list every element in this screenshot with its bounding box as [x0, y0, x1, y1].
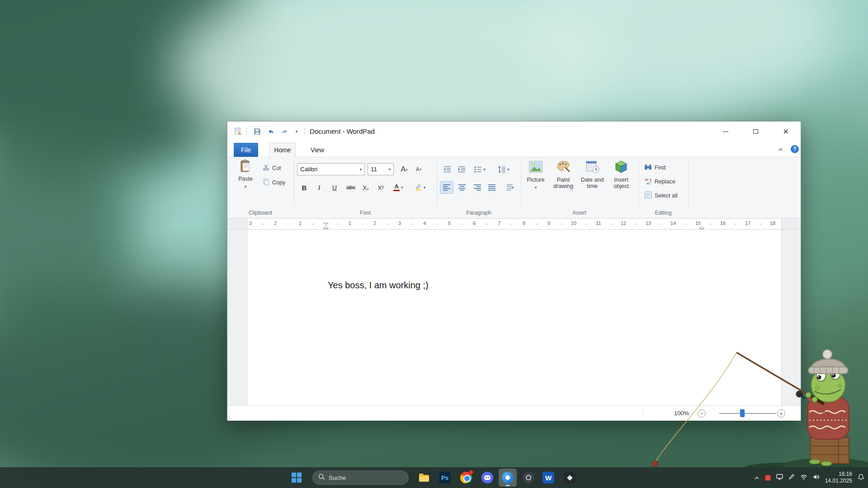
- tab-file[interactable]: File: [234, 143, 258, 157]
- insert-group-label: Insert: [573, 210, 586, 216]
- system-tray: 16:16 14.01.2025: [754, 467, 864, 488]
- ruler[interactable]: 321123456789101112131415161718: [227, 219, 801, 230]
- taskbar-app-file-explorer[interactable]: [415, 469, 433, 487]
- bullet-list-icon: [474, 165, 482, 174]
- align-left-icon: [443, 183, 451, 192]
- start-button[interactable]: [290, 471, 303, 484]
- ruler-tick: [387, 224, 388, 225]
- ruler-tick: [337, 224, 338, 225]
- ruler-number: 13: [646, 221, 651, 226]
- search-input[interactable]: [329, 474, 396, 481]
- copy-button[interactable]: Copy: [263, 177, 285, 188]
- find-binoculars-icon: [644, 163, 652, 172]
- frog-foot: [821, 461, 832, 466]
- justify-button[interactable]: [485, 181, 499, 194]
- date-and-time-button[interactable]: Date and time: [579, 160, 605, 189]
- insert-picture-button[interactable]: Picture ▾: [523, 160, 549, 191]
- tab-home[interactable]: Home: [269, 143, 296, 157]
- ruler-number: 6: [473, 221, 476, 226]
- ruler-number: 16: [720, 221, 726, 226]
- ruler-tick: [685, 224, 686, 225]
- help-button[interactable]: ?: [791, 145, 799, 153]
- ruler-tick: [288, 224, 288, 225]
- replace-button[interactable]: abac Replace: [644, 177, 675, 187]
- redo-button[interactable]: [280, 127, 289, 136]
- taskbar-clock[interactable]: 16:16 14.01.2025: [825, 471, 852, 484]
- align-right-button[interactable]: [471, 181, 484, 194]
- collapse-ribbon-chevron-icon[interactable]: [775, 145, 785, 154]
- italic-button[interactable]: I: [312, 181, 326, 194]
- strikethrough-button[interactable]: abc: [343, 181, 359, 194]
- align-center-button[interactable]: [455, 181, 469, 194]
- grow-font-button[interactable]: A▴: [397, 163, 411, 176]
- tray-volume-icon[interactable]: [813, 474, 820, 482]
- maximize-button[interactable]: [745, 122, 766, 141]
- tray-display-icon[interactable]: [776, 474, 783, 482]
- ruler-tick: [263, 224, 264, 225]
- ribbon-tab-row: File Home View ?: [227, 141, 801, 157]
- tray-app-icon[interactable]: [765, 475, 771, 481]
- font-size-combobox[interactable]: 11 ▾: [368, 163, 394, 175]
- notification-bell-icon[interactable]: [858, 474, 864, 482]
- bold-button[interactable]: B: [297, 181, 311, 194]
- decrease-indent-icon: [443, 165, 451, 174]
- ruler-tick: [586, 224, 587, 225]
- select-all-label: Select all: [655, 192, 678, 199]
- dropdown-caret-icon: ▾: [401, 185, 403, 190]
- ruler-tick: [462, 224, 462, 225]
- paint-drawing-button[interactable]: Paint drawing: [550, 160, 576, 189]
- increase-indent-button[interactable]: [455, 163, 468, 176]
- subscript-button[interactable]: X₂: [359, 181, 373, 194]
- shrink-font-button[interactable]: A▾: [412, 163, 425, 176]
- bullets-button[interactable]: ▾: [470, 163, 490, 176]
- editing-group-label: Editing: [655, 210, 672, 216]
- save-button[interactable]: [253, 127, 262, 136]
- superscript-icon: X²: [378, 184, 384, 191]
- undo-button[interactable]: [266, 127, 275, 136]
- align-left-button[interactable]: [440, 181, 453, 194]
- select-all-button[interactable]: Select all: [644, 191, 678, 201]
- align-center-icon: [458, 183, 466, 192]
- taskbar-app-gray[interactable]: [519, 469, 538, 487]
- frog-hand: [806, 392, 811, 398]
- highlighter-icon: [415, 183, 422, 192]
- taskbar-app-photoshop[interactable]: Ps: [436, 469, 454, 487]
- word-icon: W: [542, 472, 554, 483]
- taskbar-app-word[interactable]: W: [539, 469, 557, 487]
- ruler-tick: [636, 224, 637, 225]
- taskbar-app-discord[interactable]: [478, 469, 496, 487]
- ruler-tick: [312, 224, 313, 225]
- text-highlight-button[interactable]: ▾: [410, 181, 430, 194]
- ruler-number: 12: [621, 221, 626, 226]
- tray-overflow-chevron-icon[interactable]: [754, 474, 760, 482]
- tray-pen-icon[interactable]: [788, 474, 795, 482]
- taskbar-app-dark[interactable]: [561, 469, 579, 487]
- ruler-number: 15: [695, 221, 701, 226]
- font-color-button[interactable]: A ▾: [388, 181, 408, 194]
- insert-object-button[interactable]: Insert object: [608, 160, 634, 189]
- taskbar-app-chrome[interactable]: [457, 469, 475, 487]
- fishing-bobber: [653, 461, 658, 466]
- find-button[interactable]: Find: [644, 163, 665, 173]
- underline-button[interactable]: U: [328, 181, 341, 194]
- ruler-tick: [660, 224, 661, 225]
- combobox-caret-icon: ▾: [359, 167, 362, 172]
- taskbar-search[interactable]: [312, 470, 409, 485]
- paste-button[interactable]: Paste ▾: [232, 160, 259, 190]
- ruler-number: 17: [745, 221, 750, 226]
- close-button[interactable]: ×: [775, 122, 796, 141]
- find-label: Find: [655, 164, 665, 171]
- paragraph-dialog-button[interactable]: [500, 181, 520, 194]
- qat-customize-chevron-icon[interactable]: ▾: [293, 127, 300, 136]
- line-spacing-button[interactable]: ▾: [494, 163, 514, 176]
- title-bar[interactable]: ▾ Document - WordPad ×: [227, 122, 801, 141]
- decrease-indent-button[interactable]: [440, 163, 454, 176]
- superscript-button[interactable]: X²: [374, 181, 387, 194]
- cut-button[interactable]: Cut: [263, 163, 281, 174]
- document-text[interactable]: Yes boss, I am working ;): [328, 280, 429, 291]
- font-family-combobox[interactable]: Calibri ▾: [297, 163, 365, 175]
- tray-wifi-icon[interactable]: [800, 474, 807, 482]
- minimize-button[interactable]: [715, 122, 736, 141]
- taskbar-app-active[interactable]: [499, 469, 517, 487]
- tab-view[interactable]: View: [304, 143, 330, 157]
